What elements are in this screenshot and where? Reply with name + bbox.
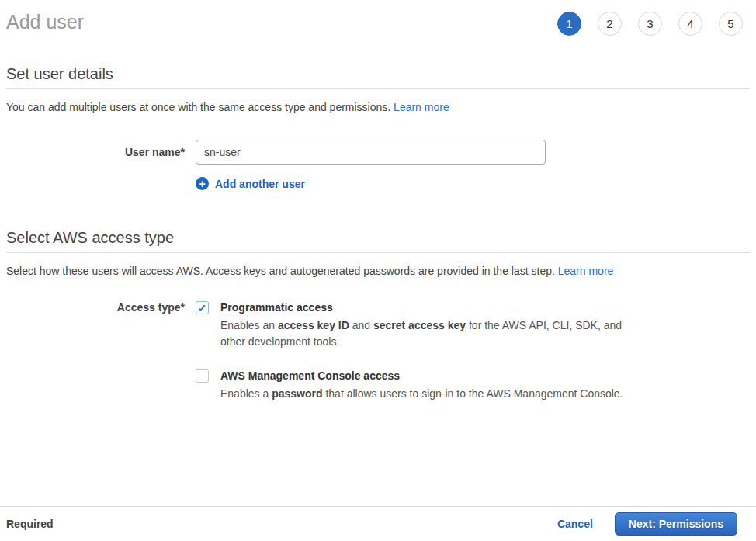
set-user-details-heading: Set user details — [6, 65, 750, 89]
cancel-button[interactable]: Cancel — [557, 518, 593, 530]
check-icon: ✓ — [198, 303, 207, 314]
page-title: Add user — [6, 8, 84, 36]
console-access-checkbox[interactable] — [196, 369, 209, 383]
page-header: Add user 1 2 3 4 5 — [6, 0, 750, 36]
step-circle-4: 4 — [678, 12, 702, 36]
add-another-user-label: Add another user — [215, 178, 305, 190]
desc-text: Enables an — [220, 319, 278, 331]
desc-bold-text: access key ID — [278, 319, 349, 331]
next-permissions-button[interactable]: Next: Permissions — [615, 512, 737, 536]
access-type-row: Access type* ✓ Programmatic access Enabl… — [6, 300, 750, 402]
desc-bold-text: secret access key — [373, 319, 466, 331]
user-name-input[interactable] — [196, 140, 546, 165]
add-another-user-link[interactable]: + Add another user — [196, 177, 750, 190]
add-icon: + — [196, 177, 209, 190]
step-circle-1: 1 — [557, 12, 581, 36]
user-details-intro-text: You can add multiple users at once with … — [6, 101, 390, 113]
step-1-label: 1 — [566, 17, 572, 30]
desc-text: and — [349, 319, 373, 331]
step-2-label: 2 — [606, 17, 612, 30]
access-type-label: Access type* — [6, 300, 196, 402]
console-access-option: AWS Management Console access Enables a … — [196, 369, 750, 402]
desc-bold-text: password — [272, 387, 322, 400]
desc-text: Enables a — [220, 387, 272, 400]
programmatic-access-option: ✓ Programmatic access Enables an access … — [196, 300, 750, 350]
programmatic-access-desc: Enables an access key ID and secret acce… — [220, 317, 626, 350]
user-details-intro: You can add multiple users at once with … — [6, 100, 750, 115]
wizard-footer: Required Cancel Next: Permissions — [0, 506, 756, 541]
step-circle-2: 2 — [598, 12, 622, 36]
programmatic-access-title: Programmatic access — [220, 300, 626, 315]
step-circle-5: 5 — [719, 12, 743, 36]
step-5-label: 5 — [727, 17, 733, 30]
learn-more-link-user-details[interactable]: Learn more — [394, 101, 449, 113]
access-type-intro: Select how these users will access AWS. … — [6, 264, 750, 279]
user-name-label: User name* — [6, 140, 196, 165]
programmatic-access-checkbox[interactable]: ✓ — [196, 301, 209, 314]
step-4-label: 4 — [687, 17, 693, 30]
step-3-label: 3 — [647, 17, 653, 30]
footer-actions: Cancel Next: Permissions — [557, 512, 737, 536]
step-indicator: 1 2 3 4 5 — [557, 12, 743, 36]
desc-text: that allows users to sign-in to the AWS … — [323, 387, 623, 400]
step-circle-3: 3 — [638, 12, 662, 36]
user-name-row: User name* — [6, 140, 750, 165]
select-access-type-heading: Select AWS access type — [6, 229, 750, 253]
access-type-intro-text: Select how these users will access AWS. … — [6, 265, 555, 277]
access-type-options: ✓ Programmatic access Enables an access … — [196, 300, 750, 402]
learn-more-link-access-type[interactable]: Learn more — [558, 265, 614, 277]
add-user-page: Add user 1 2 3 4 5 Set user details You … — [0, 0, 756, 402]
console-access-text: AWS Management Console access Enables a … — [220, 369, 623, 402]
console-access-desc: Enables a password that allows users to … — [220, 386, 623, 402]
required-label: Required — [6, 518, 54, 530]
programmatic-access-text: Programmatic access Enables an access ke… — [220, 300, 626, 350]
console-access-title: AWS Management Console access — [220, 369, 623, 383]
